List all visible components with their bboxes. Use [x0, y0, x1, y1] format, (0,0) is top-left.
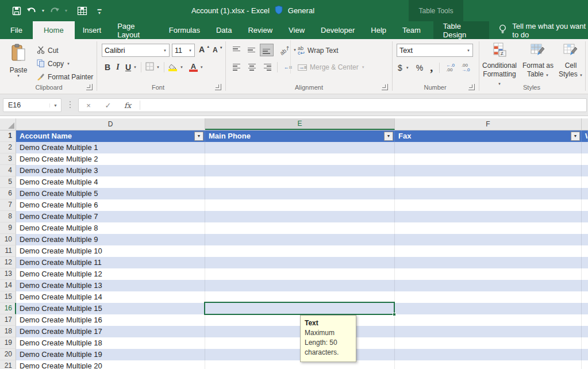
header-cell-partial[interactable]: W [582, 130, 588, 142]
borders-dropdown-icon[interactable]: ▼ [156, 66, 160, 69]
undo-dropdown-icon[interactable]: ▼ [40, 9, 46, 13]
cell-F21[interactable] [395, 360, 582, 369]
number-format-combo[interactable]: Text ▼ [397, 44, 473, 57]
align-right-button[interactable] [260, 61, 274, 74]
cell-D10[interactable]: Demo Create Multiple 9 [16, 234, 205, 245]
number-dialog-launcher-icon[interactable] [468, 84, 475, 90]
cell-X17[interactable] [582, 314, 588, 326]
orientation-dropdown-icon[interactable]: ▼ [293, 48, 297, 52]
cell-F10[interactable] [395, 234, 582, 245]
cell-E9[interactable] [205, 222, 395, 234]
cell-D7[interactable]: Demo Create Multiple 6 [16, 199, 205, 211]
font-family-dropdown-icon[interactable]: ▼ [163, 49, 167, 52]
cell-X7[interactable] [582, 199, 588, 211]
underline-button[interactable]: U [123, 63, 133, 72]
row-header-21[interactable]: 21 [0, 360, 16, 369]
row-header-1[interactable]: 1 [0, 130, 16, 142]
row-header-13[interactable]: 13 [0, 268, 16, 280]
tab-home[interactable]: Home [33, 21, 75, 39]
cell-F13[interactable] [395, 268, 582, 280]
cell-F2[interactable] [395, 142, 582, 153]
accounting-dropdown-icon[interactable]: ▼ [406, 66, 409, 70]
increase-font-size-button[interactable]: A▲ [199, 45, 210, 54]
tab-view[interactable]: View [280, 21, 313, 39]
decrease-indent-icon[interactable]: ←≡ [281, 61, 295, 74]
paste-dropdown-icon[interactable]: ▼ [17, 74, 20, 78]
wrap-text-button[interactable]: abc↩ Wrap Text [298, 46, 339, 55]
font-family-combo[interactable]: Calibri ▼ [102, 44, 170, 57]
font-color-icon[interactable]: A [189, 63, 198, 72]
cell-D16[interactable]: Demo Create Multiple 15 [16, 303, 205, 314]
cell-E10[interactable] [205, 234, 395, 245]
bottom-align-button[interactable] [260, 44, 274, 56]
column-header-partial[interactable] [582, 118, 588, 130]
cell-X21[interactable] [582, 360, 588, 369]
cell-E13[interactable] [205, 268, 395, 280]
cell-F7[interactable] [395, 199, 582, 211]
cell-X2[interactable] [582, 142, 588, 153]
percent-style-button[interactable]: % [416, 63, 423, 72]
insert-function-button[interactable]: fx [118, 101, 137, 110]
cell-X3[interactable] [582, 153, 588, 165]
cell-F19[interactable] [395, 337, 582, 349]
formula-bar-resize-handle[interactable] [70, 101, 71, 108]
cell-X8[interactable] [582, 211, 588, 222]
row-header-5[interactable]: 5 [0, 176, 16, 188]
cell-E2[interactable] [205, 142, 395, 153]
cell-D12[interactable]: Demo Create Multiple 11 [16, 257, 205, 268]
redo-icon[interactable] [48, 4, 61, 18]
cell-X10[interactable] [582, 234, 588, 245]
redo-dropdown-icon[interactable]: ▼ [63, 9, 69, 13]
row-header-8[interactable]: 8 [0, 211, 16, 222]
account-name-filter-icon[interactable]: ▼ [194, 132, 203, 141]
row-header-17[interactable]: 17 [0, 314, 16, 326]
row-header-4[interactable]: 4 [0, 165, 16, 176]
font-dialog-launcher-icon[interactable] [215, 84, 221, 90]
cell-X6[interactable] [582, 188, 588, 199]
cell-D3[interactable]: Demo Create Multiple 2 [16, 153, 205, 165]
row-header-19[interactable]: 19 [0, 337, 16, 349]
enter-button[interactable]: ✓ [98, 101, 118, 110]
row-header-3[interactable]: 3 [0, 153, 16, 165]
row-header-12[interactable]: 12 [0, 257, 16, 268]
row-header-18[interactable]: 18 [0, 326, 16, 337]
cell-X5[interactable] [582, 176, 588, 188]
decrease-font-size-button[interactable]: A▼ [213, 46, 223, 54]
center-button[interactable] [245, 61, 259, 74]
number-format-dropdown-icon[interactable]: ▼ [467, 49, 470, 52]
cell-X18[interactable] [582, 326, 588, 337]
cell-D5[interactable]: Demo Create Multiple 4 [16, 176, 205, 188]
cell-D14[interactable]: Demo Create Multiple 13 [16, 280, 205, 291]
cell-D4[interactable]: Demo Create Multiple 3 [16, 165, 205, 176]
cell-E6[interactable] [205, 188, 395, 199]
cell-D15[interactable]: Demo Create Multiple 14 [16, 291, 205, 303]
tell-me-box[interactable]: Tell me what you want to do [489, 21, 588, 39]
tab-developer[interactable]: Developer [313, 21, 363, 39]
top-align-button[interactable] [230, 44, 244, 56]
name-box[interactable]: E16 ▼ [3, 98, 62, 112]
row-header-2[interactable]: 2 [0, 142, 16, 153]
cell-X14[interactable] [582, 280, 588, 291]
row-header-10[interactable]: 10 [0, 234, 16, 245]
cell-D18[interactable]: Demo Create Multiple 17 [16, 326, 205, 337]
sensitivity-label[interactable]: General [288, 6, 314, 15]
save-icon[interactable] [10, 4, 23, 18]
borders-icon[interactable] [145, 62, 154, 72]
tab-review[interactable]: Review [240, 21, 280, 39]
row-header-15[interactable]: 15 [0, 291, 16, 303]
cell-E4[interactable] [205, 165, 395, 176]
row-header-11[interactable]: 11 [0, 245, 16, 257]
cell-F5[interactable] [395, 176, 582, 188]
cell-D9[interactable]: Demo Create Multiple 8 [16, 222, 205, 234]
clipboard-dialog-launcher-icon[interactable] [86, 84, 93, 90]
column-header-D[interactable]: D [16, 118, 205, 130]
bold-button[interactable]: B [102, 63, 113, 72]
cell-E8[interactable] [205, 211, 395, 222]
cell-E11[interactable] [205, 245, 395, 257]
cell-X19[interactable] [582, 337, 588, 349]
font-color-dropdown-icon[interactable]: ▼ [200, 66, 203, 69]
cell-E3[interactable] [205, 153, 395, 165]
font-size-dropdown-icon[interactable]: ▼ [189, 49, 192, 52]
tab-insert[interactable]: Insert [75, 21, 110, 39]
cell-D19[interactable]: Demo Create Multiple 18 [16, 337, 205, 349]
